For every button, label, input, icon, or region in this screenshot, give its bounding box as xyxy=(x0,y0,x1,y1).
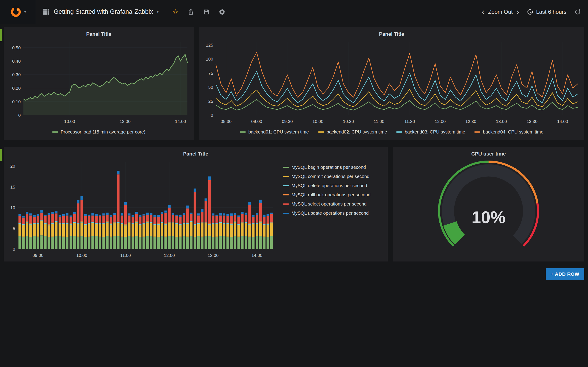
legend-item[interactable]: backend04: CPU system time xyxy=(474,129,543,135)
legend-item[interactable]: backend03: CPU system time xyxy=(396,129,465,135)
legend-item[interactable]: Processor load (15 min average per core) xyxy=(52,129,145,135)
grafana-logo-icon xyxy=(9,6,22,18)
legend-label: MySQL delete operations per second xyxy=(292,183,367,188)
svg-text:09:30: 09:30 xyxy=(282,119,293,124)
row-collapse-handle[interactable] xyxy=(0,149,2,161)
svg-text:50: 50 xyxy=(208,85,213,90)
panel-processor-load: Panel Title 10:0012:0014:0000.100.200.30… xyxy=(4,27,194,140)
share-icon xyxy=(187,8,194,15)
panel-cpu-user-time: CPU user time 10% xyxy=(393,147,584,261)
svg-text:0.40: 0.40 xyxy=(12,59,21,64)
svg-text:10:30: 10:30 xyxy=(343,119,354,124)
svg-text:10: 10 xyxy=(10,205,15,210)
svg-text:10:00: 10:00 xyxy=(64,119,75,124)
cpu-user-svg[interactable]: 10% xyxy=(396,158,582,260)
time-forward-button[interactable]: › xyxy=(514,8,522,16)
processor-load-chart[interactable]: 10:0012:0014:0000.100.200.300.400.50 xyxy=(6,39,191,126)
plus-icon: + xyxy=(551,271,554,277)
svg-text:13:00: 13:00 xyxy=(208,253,219,258)
row-collapse-handle[interactable] xyxy=(0,29,2,41)
legend-item[interactable]: MySQL commit operations per second xyxy=(283,174,385,179)
star-icon: ☆ xyxy=(172,8,179,16)
dashboard-dropdown-caret: ▾ xyxy=(157,10,159,14)
legend-color-dash xyxy=(283,194,289,195)
legend-color-dash xyxy=(283,176,289,177)
clock-icon xyxy=(527,9,533,15)
legend-label: backend02: CPU system time xyxy=(327,129,387,135)
legend-item[interactable]: MySQL select operations per second xyxy=(283,201,385,207)
legend-item[interactable]: backend01: CPU system time xyxy=(240,129,309,135)
legend-item[interactable]: backend02: CPU system time xyxy=(318,129,387,135)
panel-mysql-operations: Panel Title 09:0010:0011:0012:0013:0014:… xyxy=(4,147,388,261)
legend-label: backend01: CPU system time xyxy=(248,129,309,135)
dashboard-row-1: Panel Title 10:0012:0014:0000.100.200.30… xyxy=(4,27,584,140)
share-button[interactable] xyxy=(187,8,194,15)
svg-text:125: 125 xyxy=(206,43,213,48)
svg-text:0.30: 0.30 xyxy=(12,72,21,77)
svg-text:75: 75 xyxy=(208,71,213,76)
mysql-operations-svg[interactable]: 09:0010:0011:0012:0013:0014:0005101520 xyxy=(6,158,277,260)
svg-text:09:00: 09:00 xyxy=(33,253,44,258)
zoom-out-button[interactable]: Zoom Out xyxy=(487,9,514,15)
svg-text:100: 100 xyxy=(206,57,213,61)
svg-text:12:00: 12:00 xyxy=(120,119,131,124)
settings-button[interactable] xyxy=(219,8,225,15)
refresh-button[interactable] xyxy=(574,8,581,15)
panel-title[interactable]: Panel Title xyxy=(6,149,385,158)
cpu-user-gauge[interactable]: 10% xyxy=(396,158,582,260)
grafana-logo-button[interactable]: ▾ xyxy=(0,0,36,24)
legend-label: backend03: CPU system time xyxy=(405,129,465,135)
svg-text:11:00: 11:00 xyxy=(120,253,131,258)
add-row-label: ADD ROW xyxy=(555,271,579,277)
legend-item[interactable]: MySQL update operations per second xyxy=(283,211,385,216)
legend-color-dash xyxy=(318,131,324,133)
svg-text:10:00: 10:00 xyxy=(76,253,87,258)
mysql-operations-chart[interactable]: 09:0010:0011:0012:0013:0014:0005101520 xyxy=(6,158,277,260)
cpu-system-time-svg[interactable]: 08:3009:0009:3010:0010:3011:0011:3012:00… xyxy=(202,39,582,126)
time-range-picker[interactable]: Last 6 hours xyxy=(527,9,566,15)
svg-text:0.10: 0.10 xyxy=(12,99,21,104)
legend-color-dash xyxy=(474,131,480,133)
svg-text:14:00: 14:00 xyxy=(557,119,568,124)
processor-load-svg[interactable]: 10:0012:0014:0000.100.200.300.400.50 xyxy=(6,39,191,126)
svg-text:0: 0 xyxy=(18,113,21,118)
time-back-button[interactable]: ‹ xyxy=(479,8,487,16)
svg-text:20: 20 xyxy=(10,164,15,169)
chart-legend: Processor load (15 min average per core) xyxy=(6,126,191,138)
legend-color-dash xyxy=(240,131,246,133)
legend-item[interactable]: MySQL rollback operations per second xyxy=(283,192,385,198)
star-button[interactable]: ☆ xyxy=(172,8,179,16)
legend-label: backend04: CPU system time xyxy=(483,129,543,135)
refresh-icon xyxy=(574,8,581,15)
legend-item[interactable]: MySQL begin operations per second xyxy=(283,165,385,170)
svg-text:25: 25 xyxy=(208,99,213,104)
legend-color-dash xyxy=(283,203,289,205)
svg-text:12:00: 12:00 xyxy=(164,253,175,258)
panel-cpu-system-time: Panel Title 08:3009:0009:3010:0010:3011:… xyxy=(199,27,584,140)
save-button[interactable] xyxy=(203,8,210,15)
svg-text:08:30: 08:30 xyxy=(221,119,232,124)
svg-text:14:00: 14:00 xyxy=(251,253,262,258)
panel-title[interactable]: CPU user time xyxy=(396,149,582,158)
legend-color-dash xyxy=(283,213,289,214)
navbar: ▾ Getting Started with Grafana-Zabbix ▾ … xyxy=(0,0,588,24)
panel-title[interactable]: Panel Title xyxy=(6,29,191,39)
dashboard-actions: ☆ xyxy=(165,6,226,18)
svg-text:15: 15 xyxy=(10,185,15,190)
svg-text:13:30: 13:30 xyxy=(527,119,537,124)
dashboard-row-2: Panel Title 09:0010:0011:0012:0013:0014:… xyxy=(4,147,584,261)
svg-text:09:00: 09:00 xyxy=(251,119,262,124)
legend-label: MySQL begin operations per second xyxy=(292,165,366,170)
legend-item[interactable]: MySQL delete operations per second xyxy=(283,183,385,188)
gauge-value-text: 10% xyxy=(472,208,506,227)
panel-title[interactable]: Panel Title xyxy=(202,29,582,39)
legend-color-dash xyxy=(396,131,402,133)
legend-label: MySQL rollback operations per second xyxy=(292,192,371,198)
add-row-button[interactable]: + ADD ROW xyxy=(546,268,584,280)
legend-color-dash xyxy=(283,167,289,168)
chart-legend: MySQL begin operations per secondMySQL c… xyxy=(277,158,385,260)
svg-text:12:30: 12:30 xyxy=(465,119,476,124)
time-controls: ‹ Zoom Out › Last 6 hours xyxy=(479,8,588,16)
cpu-system-time-chart[interactable]: 08:3009:0009:3010:0010:3011:0011:3012:00… xyxy=(202,39,582,126)
dashboard-picker[interactable]: Getting Started with Grafana-Zabbix ▾ xyxy=(43,0,159,24)
